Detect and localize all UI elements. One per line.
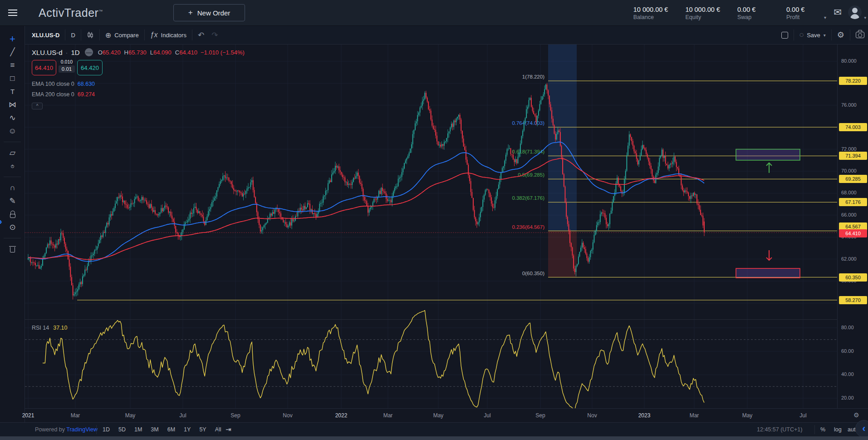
trend-line-tool-button[interactable]: ╱: [0, 45, 25, 59]
remove-drawings-icon: [10, 247, 15, 252]
layout-button[interactable]: [781, 32, 788, 39]
level-price-label-67.176: 67.176: [839, 198, 867, 206]
ohlc-o: O65.420: [98, 49, 121, 56]
horizontal-scrollbar[interactable]: [0, 436, 868, 440]
level-price-label-74.003: 74.003: [839, 123, 867, 131]
range-button-5y[interactable]: 5Y: [199, 426, 206, 433]
xabcd-pattern-icon: ⋈: [9, 100, 16, 109]
rsi-tick-40.00: 40.00: [841, 371, 854, 377]
measure-tool-button[interactable]: ▱: [0, 146, 25, 159]
drawing-mode-tool-button[interactable]: ✎: [0, 194, 25, 208]
svg-text:0.764(74.003): 0.764(74.003): [512, 120, 544, 126]
svg-text:1(78.220): 1(78.220): [522, 74, 544, 79]
range-button-1m[interactable]: 1M: [134, 426, 142, 433]
compare-button[interactable]: ⊕ Compare: [105, 31, 139, 40]
powered-by: Powered by TradingView: [35, 426, 98, 433]
shapes-tool-button[interactable]: □: [0, 72, 25, 85]
legend-expand-button[interactable]: ^: [32, 103, 43, 109]
time-axis-label-2023: 2023: [638, 412, 651, 419]
chart-toolbar: XLU.US-D D ⊕ Compare ƒx Indicators ↶ ↷ ◌…: [25, 26, 868, 44]
undo-button[interactable]: ↶: [198, 30, 204, 40]
gear-icon: ⚙: [837, 30, 844, 40]
indicators-button[interactable]: ƒx Indicators: [150, 31, 186, 39]
symbol-button[interactable]: XLU.US-D: [32, 32, 59, 39]
new-order-button[interactable]: + New Order: [173, 4, 245, 21]
time-axis-label-Mar: Mar: [383, 412, 393, 419]
range-button-3m[interactable]: 3M: [151, 426, 158, 433]
user-menu[interactable]: ▾: [848, 5, 863, 20]
layout-icon: [781, 32, 788, 39]
ohlc-c: C64.410: [175, 49, 197, 56]
price-tick-80.000: 80.000: [841, 58, 857, 64]
price-tick-66.000: 66.000: [841, 212, 857, 218]
clock[interactable]: 12:45:57 (UTC+1): [757, 426, 802, 433]
emoji-tool-button[interactable]: ☺: [0, 124, 25, 138]
price-scale[interactable]: 80.00076.00072.00070.00068.00066.00064.0…: [837, 44, 868, 408]
buy-button[interactable]: 64.420: [77, 60, 103, 75]
collapse-legend-button[interactable]: —: [85, 48, 93, 56]
zoom-in-tool-button[interactable]: ○+: [0, 159, 25, 173]
tradingview-link[interactable]: TradingView: [66, 426, 98, 433]
log-scale-button[interactable]: log: [834, 426, 842, 433]
expand-panel-chevron[interactable]: ›: [0, 216, 2, 227]
time-axis-label-Jul: Jul: [179, 412, 186, 419]
legend-interval: 1D: [71, 49, 80, 56]
xabcd-pattern-tool-button[interactable]: ⋈: [0, 98, 25, 111]
rsi-tick-60.00: 60.00: [841, 348, 854, 354]
level-price-label-60.350: 60.350: [839, 273, 867, 282]
activtrader-app: { "top_bar": { "logo": "ActivTrader", "l…: [0, 0, 868, 440]
rsi-legend: RSI 1437.10: [32, 325, 68, 331]
mail-icon[interactable]: ✉: [834, 7, 842, 18]
svg-text:0(60.350): 0(60.350): [522, 271, 544, 276]
spread-widget: 0.010 0.01: [57, 60, 76, 75]
legend-symbol[interactable]: XLU.US-d: [32, 49, 63, 56]
time-axis-label-Sep: Sep: [230, 412, 240, 419]
rail-divider: [4, 142, 21, 142]
chart-area[interactable]: 1(78.220)0.764(74.003)0.618(71.394)0.5(6…: [25, 44, 868, 422]
account-stats: 10 000.00 €Balance10 000.00 €Equity0.00 …: [633, 0, 818, 26]
interval-button[interactable]: D: [71, 32, 75, 39]
range-button-5d[interactable]: 5D: [118, 426, 126, 433]
hide-all-tool-button[interactable]: ⊙: [0, 221, 25, 234]
time-axis-label-2022: 2022: [335, 412, 348, 419]
text-tool-button[interactable]: T: [0, 85, 25, 98]
time-axis-label-Sep: Sep: [535, 412, 545, 419]
stat-value: 0.00 €: [737, 6, 769, 13]
axis-settings-gear-icon[interactable]: ⚙: [853, 411, 859, 419]
redo-button[interactable]: ↷: [211, 30, 218, 40]
stat-label: Equity: [685, 14, 720, 20]
range-button-1d[interactable]: 1D: [103, 426, 110, 433]
stat-label: Balance: [633, 14, 668, 20]
forecast-tool-button[interactable]: ∿: [0, 111, 25, 124]
magnet-tool-button[interactable]: ∩: [0, 181, 25, 194]
range-button-6m[interactable]: 6M: [167, 426, 175, 433]
stat-label: Swap: [737, 14, 769, 20]
save-button[interactable]: ◌ Save ▾: [799, 31, 826, 39]
chart-style-button[interactable]: [87, 31, 94, 39]
compare-plus-icon: ⊕: [105, 31, 111, 40]
ohlc-l: L64.090: [150, 49, 172, 56]
crosshair-tool-button[interactable]: +: [0, 32, 25, 45]
time-axis-label-May: May: [742, 412, 753, 419]
chevron-down-icon[interactable]: ▾: [824, 15, 826, 20]
fib-retracement-tool-button[interactable]: ≡: [0, 59, 25, 72]
app-logo: ActivTrader™: [39, 6, 103, 20]
camera-icon: [856, 32, 864, 38]
stat-label: Profit: [786, 14, 818, 20]
hamburger-menu-icon[interactable]: [0, 0, 25, 26]
trend-line-icon: ╱: [10, 47, 15, 57]
percent-scale-button[interactable]: %: [820, 426, 825, 433]
ema100-legend: EMA 100 close 068.630: [32, 81, 95, 87]
chart-settings-button[interactable]: ⚙: [837, 30, 844, 40]
screenshot-button[interactable]: [856, 32, 864, 38]
collapse-panel-button[interactable]: ‹: [855, 420, 868, 437]
go-to-date-icon[interactable]: ⇥: [226, 425, 231, 434]
remove-drawings-tool-button[interactable]: [0, 242, 25, 256]
stat-value: 10 000.00 €: [633, 6, 668, 13]
trade-widget: 64.410 0.010 0.01 64.420: [32, 60, 103, 75]
range-button-1y[interactable]: 1Y: [184, 426, 191, 433]
account-stat-swap: 0.00 €Swap: [737, 6, 769, 20]
lock-all-tool-button[interactable]: [0, 208, 25, 221]
time-axis[interactable]: ⚙ 2021MarMayJulSepNov2022MarMayJulSepNov…: [25, 408, 868, 422]
sell-button[interactable]: 64.410: [32, 60, 56, 75]
